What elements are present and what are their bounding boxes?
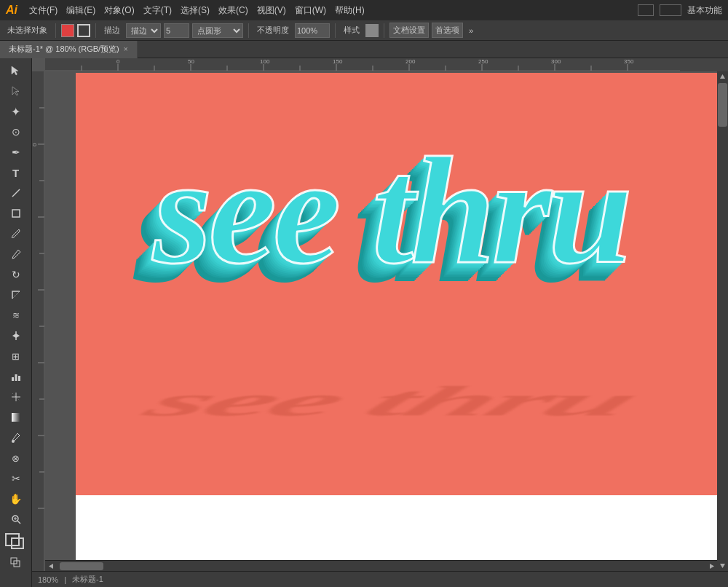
rotate-tool-btn[interactable]: ↻ bbox=[3, 265, 29, 284]
menu-view[interactable]: 视图(V) bbox=[257, 4, 286, 17]
scissors-tool-btn[interactable]: ✂ bbox=[3, 469, 29, 488]
screen-mode-button[interactable] bbox=[638, 4, 654, 16]
scroll-left-btn[interactable] bbox=[47, 562, 55, 570]
svg-text:150: 150 bbox=[333, 58, 343, 65]
direct-select-tool-btn[interactable] bbox=[3, 82, 29, 101]
doc-tab-close[interactable]: × bbox=[124, 45, 128, 53]
brush-type-select[interactable]: 点圆形 bbox=[192, 23, 243, 38]
menu-object[interactable]: 对象(O) bbox=[104, 4, 134, 17]
paintbrush-tool-btn[interactable] bbox=[3, 224, 29, 243]
menu-window[interactable]: 窗口(W) bbox=[295, 4, 326, 17]
svg-line-2 bbox=[12, 291, 20, 299]
statusbar: 180% | 未标题-1 bbox=[32, 571, 728, 587]
menu-effect[interactable]: 效果(C) bbox=[218, 4, 248, 17]
text-extrude-8: see thru bbox=[146, 141, 622, 294]
svg-text:350: 350 bbox=[624, 58, 634, 65]
fill-swatch[interactable] bbox=[61, 24, 74, 37]
menu-help[interactable]: 帮助(H) bbox=[335, 4, 365, 17]
scroll-down-btn[interactable] bbox=[717, 562, 728, 570]
rect-tool-btn[interactable] bbox=[3, 204, 29, 223]
svg-text:250: 250 bbox=[478, 58, 488, 65]
menu-select[interactable]: 选择(S) bbox=[181, 4, 210, 17]
brush-size-input[interactable] bbox=[164, 23, 189, 38]
lasso-tool-btn[interactable]: ⊙ bbox=[3, 122, 29, 141]
svg-rect-20 bbox=[45, 58, 680, 71]
options-toolbar: 未选择对象 描边 描边 点圆形 不透明度 样式 文档设置 首选项 » bbox=[0, 20, 728, 41]
opacity-input[interactable] bbox=[295, 23, 330, 38]
zoom-tool-btn[interactable] bbox=[3, 510, 29, 529]
svg-rect-6 bbox=[12, 377, 14, 381]
text-extrude-1: see thru bbox=[135, 151, 612, 304]
svg-text:300: 300 bbox=[551, 58, 561, 65]
divider3 bbox=[248, 23, 249, 38]
blend-tool-btn[interactable]: ⊗ bbox=[3, 449, 29, 468]
svg-marker-4 bbox=[12, 334, 16, 338]
doc-settings-button[interactable]: 文档设置 bbox=[389, 23, 429, 38]
canvas-area: 0 50 100 150 200 250 300 bbox=[32, 58, 728, 587]
svg-line-15 bbox=[17, 521, 20, 524]
scroll-thumb[interactable] bbox=[718, 83, 727, 127]
left-toolbox: ✦ ⊙ ✒ T ↻ ≋ bbox=[0, 58, 32, 587]
text-extrude-0: see thru bbox=[134, 153, 610, 306]
menu-type[interactable]: 文字(T) bbox=[143, 4, 172, 17]
text-tool-btn[interactable]: T bbox=[3, 163, 29, 182]
app-logo: Ai bbox=[6, 4, 17, 17]
pen-tool-btn[interactable]: ✒ bbox=[3, 143, 29, 162]
eyedropper-tool-btn[interactable] bbox=[3, 428, 29, 447]
pencil-tool-btn[interactable] bbox=[3, 245, 29, 264]
scale-tool-btn[interactable] bbox=[3, 285, 29, 304]
text-extrude-11: see thru bbox=[150, 137, 626, 290]
doc-tab-label: 未标题-1* @ 180% (RGB/预览) bbox=[9, 44, 119, 55]
magic-wand-tool-btn[interactable]: ✦ bbox=[3, 102, 29, 121]
text-extrude-3: see thru bbox=[138, 149, 614, 302]
status-artboard-info: 未标题-1 bbox=[72, 574, 103, 585]
divider2 bbox=[95, 23, 96, 38]
arrow-icon: » bbox=[466, 25, 476, 36]
svg-marker-61 bbox=[720, 74, 725, 79]
hand-tool-btn[interactable]: ✋ bbox=[3, 489, 29, 508]
svg-marker-5 bbox=[16, 334, 20, 338]
horizontal-scrollbar[interactable] bbox=[45, 560, 717, 571]
symbol-spray-tool-btn[interactable]: ⊞ bbox=[3, 347, 29, 366]
stroke-label: 描边 bbox=[101, 23, 123, 37]
menu-file[interactable]: 文件(F) bbox=[29, 4, 58, 17]
fill-stroke-indicator[interactable] bbox=[5, 533, 27, 552]
gradient-tool-btn[interactable] bbox=[3, 408, 29, 427]
svg-rect-12 bbox=[12, 413, 20, 422]
ruler-left-marks: 0 bbox=[32, 71, 45, 581]
scroll-up-btn[interactable] bbox=[717, 71, 728, 80]
column-graph-tool-btn[interactable] bbox=[3, 367, 29, 386]
document-tabs: 未标题-1* @ 180% (RGB/预览) × bbox=[0, 41, 728, 58]
text-extrude-7: see thru bbox=[144, 143, 620, 296]
divider5 bbox=[384, 23, 384, 38]
scroll-right-btn[interactable] bbox=[708, 562, 716, 570]
view-mode-button[interactable] bbox=[660, 4, 681, 16]
stroke-style-select[interactable]: 描边 bbox=[126, 23, 161, 38]
vertical-scrollbar[interactable] bbox=[717, 71, 728, 571]
preferences-button[interactable]: 首选项 bbox=[432, 23, 463, 38]
text-shadow: see thru bbox=[134, 379, 652, 422]
width-tool-btn[interactable] bbox=[3, 326, 29, 345]
line-tool-btn[interactable] bbox=[3, 184, 29, 202]
stroke-color-box[interactable] bbox=[11, 537, 24, 549]
document-tab[interactable]: 未标题-1* @ 180% (RGB/预览) × bbox=[0, 41, 138, 58]
style-swatch[interactable] bbox=[365, 24, 379, 37]
text-extrude-9: see thru bbox=[147, 140, 623, 293]
selection-tool-btn[interactable] bbox=[3, 61, 29, 80]
warp-tool-btn[interactable]: ≋ bbox=[3, 306, 29, 325]
ruler-horizontal: 0 50 100 150 200 250 300 bbox=[32, 58, 728, 71]
default-colors-btn[interactable] bbox=[3, 553, 29, 572]
svg-text:0: 0 bbox=[32, 143, 38, 146]
mesh-tool-btn[interactable] bbox=[3, 387, 29, 406]
svg-point-13 bbox=[12, 440, 15, 443]
opacity-label: 不透明度 bbox=[254, 23, 292, 37]
workspace-label: 基本功能 bbox=[687, 4, 722, 17]
menu-edit[interactable]: 编辑(E) bbox=[66, 4, 95, 17]
ruler-top-marks: 0 50 100 150 200 250 300 bbox=[45, 58, 680, 71]
stroke-swatch[interactable] bbox=[77, 24, 90, 37]
h-scroll-thumb[interactable] bbox=[60, 562, 103, 570]
svg-text:200: 200 bbox=[405, 58, 416, 65]
selection-info: 未选择对象 bbox=[4, 23, 50, 37]
text-extrude-10: see thru bbox=[149, 138, 625, 291]
svg-rect-1 bbox=[12, 210, 20, 217]
